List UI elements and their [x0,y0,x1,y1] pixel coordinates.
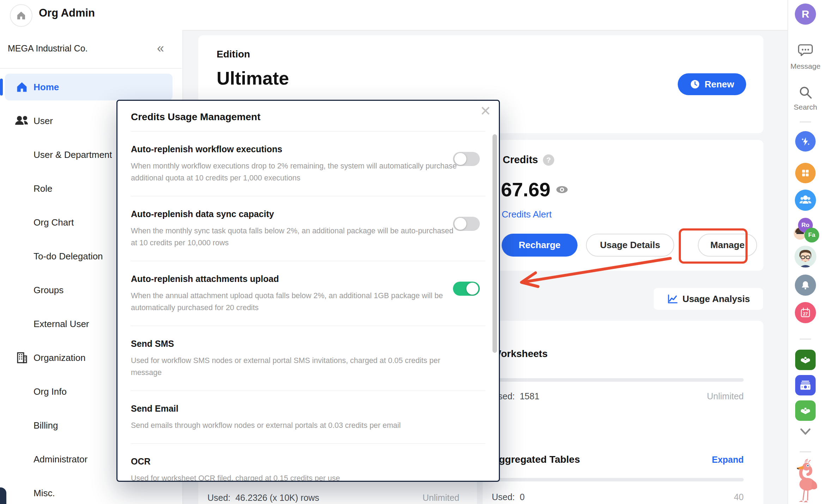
calendar-icon: 27 [799,306,812,319]
section-title: Auto-replenish workflow executions [131,144,485,154]
rail-divider [800,122,811,122]
usage-analysis-button[interactable]: Usage Analysis [654,288,763,310]
section-auto-replenish-workflow: Auto-replenish workflow executions When … [131,131,485,196]
user-avatar[interactable]: R [788,4,822,25]
section-ocr: OCR Used for worksheet OCR filed, charge… [131,444,485,482]
modal-scrollbar[interactable] [492,134,497,353]
active-item-accent [0,79,3,96]
avatar-initial: R [795,4,816,25]
toggle-auto-replenish-workflow[interactable] [453,152,480,166]
clock-icon [690,79,700,90]
section-auto-replenish-sync: Auto-replenish data sync capacity When t… [131,196,485,261]
calendar-day: 27 [803,312,808,316]
section-send-email: Send Email Send emails through workflow … [131,391,485,444]
toggle-auto-replenish-sync[interactable] [453,217,480,231]
flamingo-icon [792,459,819,503]
eye-icon[interactable] [555,185,569,195]
section-title: Send Email [131,404,485,414]
chevron-down-icon [798,425,813,438]
usage-details-button[interactable]: Usage Details [586,234,674,257]
notifications-button[interactable] [788,275,822,296]
aggregated-tables-title: Aggregated Tables [492,454,580,465]
building-icon [14,350,30,365]
flamingo-pet [788,459,822,503]
manage-button[interactable]: Manage [698,234,757,257]
lego-brick-icon [798,353,812,367]
section-title: Auto-replenish attachments upload [131,274,485,284]
line-chart-icon [667,293,678,305]
search-button[interactable] [788,84,822,101]
active-item-bg [5,74,173,100]
app-playground-light[interactable] [788,400,822,421]
sparkle-bolt-icon [799,135,812,148]
people-icon [14,113,30,129]
aggregated-usage-row: Used: 0 40 [492,492,744,502]
expand-link[interactable]: Expand [712,455,744,465]
bell-icon [799,279,811,291]
section-desc: When the annual attachment upload quota … [131,290,459,314]
section-desc: Used for worksheet OCR filed, charged at… [131,472,459,482]
close-icon[interactable]: ✕ [480,104,491,118]
modal-title: Credits Usage Management [131,101,485,123]
workflow-usage-row: Used: 46.2326 (x 10K) rows Unlimited [207,493,459,503]
workflow-used-text: Used: 46.2326 (x 10K) rows [207,493,319,503]
org-name: MEGA Industrial Co. [8,43,87,54]
message-bubble-icon [797,42,814,59]
rail-collapse-button[interactable] [788,425,822,438]
home-icon [15,10,27,21]
section-desc: When the monthly sync task quota falls b… [131,225,459,249]
app-rofa-cluster[interactable]: Ro Fa [788,218,822,243]
toggle-knob [454,218,466,230]
worksheets-usage-card: Worksheets Used: 1581 Unlimited Aggregat… [483,321,763,504]
app-playground-dark[interactable] [788,350,822,370]
renew-label: Renew [705,79,734,90]
worksheets-usage-row: Used: 1581 Unlimited [492,391,744,401]
boy-avatar-icon [794,246,816,268]
rail-divider [800,339,811,339]
section-title: Send SMS [131,339,485,349]
section-title: Auto-replenish data sync capacity [131,209,485,219]
worksheets-title: Worksheets [492,348,548,359]
worksheets-limit-text: Unlimited [707,391,744,401]
top-bar: Org Admin [0,0,787,31]
corner-overlay-shape [0,487,6,504]
page-title: Org Admin [39,7,95,19]
credits-amount: 67.69 [501,178,569,201]
section-send-sms: Send SMS Used for workflow SMS nodes or … [131,326,485,391]
aggregated-limit-text: 40 [734,492,744,502]
home-icon [14,79,30,95]
rail-divider [800,451,811,452]
toggle-knob [466,283,478,295]
aggregated-used-text: Used: 0 [492,492,525,502]
calendar-button[interactable]: 27 [788,302,822,323]
recharge-button[interactable]: Recharge [502,234,578,257]
toggle-auto-replenish-attachments[interactable] [453,282,480,296]
credits-title: Credits ? [503,154,554,166]
usage-analysis-label: Usage Analysis [682,294,750,305]
sidebar-item-home[interactable]: Home [0,70,182,104]
app-billing-money[interactable] [788,375,822,395]
edition-label: Edition [217,49,250,60]
cartoon-avatar[interactable] [788,246,822,268]
aggregated-progress-bar [492,478,744,481]
help-icon[interactable]: ? [543,154,554,166]
org-admin-page: Edition Ultimate Renew Credits ? 67.69 C… [0,0,822,504]
sidebar-collapse-icon[interactable]: « [157,42,164,55]
message-button[interactable] [788,42,822,59]
search-icon [797,84,814,101]
banknote-icon [798,378,812,392]
renew-button[interactable]: Renew [678,73,746,95]
credits-buttons-row: Recharge Usage Details Manage [502,234,757,257]
credits-amount-value: 67.69 [501,178,550,201]
section-desc: When monthly workflow executions drop to… [131,160,459,184]
section-desc: Used for workflow SMS nodes or external … [131,355,459,379]
app-grid[interactable] [788,163,822,183]
worksheets-progress-bar [492,378,744,382]
section-auto-replenish-attachments: Auto-replenish attachments upload When t… [131,261,485,326]
app-contacts[interactable] [788,190,822,211]
org-row: MEGA Industrial Co. « [0,30,182,69]
credits-alert-link[interactable]: Credits Alert [502,209,552,220]
portal-home-button[interactable] [10,4,32,27]
toggle-knob [454,153,466,165]
app-automation[interactable] [788,131,822,152]
